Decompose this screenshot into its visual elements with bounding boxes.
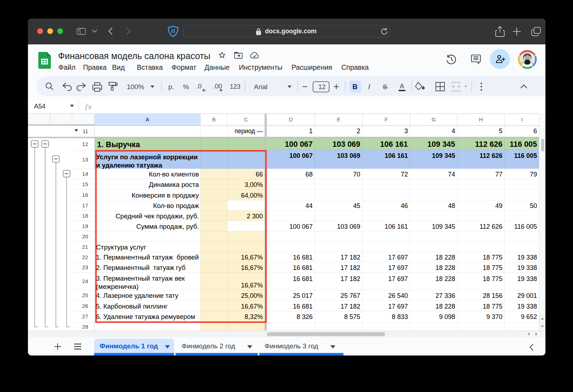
svg-text:25: 25 <box>82 292 88 298</box>
svg-text:25 767: 25 767 <box>341 292 360 299</box>
svg-text:74: 74 <box>448 171 455 178</box>
svg-text:Arial: Arial <box>254 83 268 91</box>
svg-text:106 161: 106 161 <box>385 223 408 230</box>
svg-text:29 001: 29 001 <box>517 292 537 299</box>
svg-text:23: 23 <box>82 264 88 270</box>
svg-text:109 345: 109 345 <box>427 140 455 149</box>
svg-text:123: 123 <box>230 83 240 90</box>
svg-text:2: 2 <box>357 127 360 135</box>
svg-text:100 067: 100 067 <box>289 223 313 230</box>
svg-text:109 345: 109 345 <box>432 152 455 159</box>
svg-text:17 697: 17 697 <box>388 303 408 310</box>
svg-text:4: 4 <box>452 127 455 135</box>
svg-text:15: 15 <box>82 181 88 187</box>
svg-text:B: B <box>212 116 216 122</box>
svg-text:16 681: 16 681 <box>293 303 313 310</box>
svg-text:116 005: 116 005 <box>510 140 537 149</box>
svg-text:Услуги по лазерной коррекции: Услуги по лазерной коррекции <box>96 154 198 161</box>
svg-text:25 017: 25 017 <box>293 292 313 299</box>
svg-text:12: 12 <box>82 141 88 147</box>
svg-text:16,67%: 16,67% <box>241 264 263 271</box>
svg-text:E: E <box>337 116 340 122</box>
svg-text:16,67%: 16,67% <box>241 303 263 310</box>
svg-text:27 336: 27 336 <box>435 292 455 299</box>
svg-text:8,32%: 8,32% <box>245 313 263 320</box>
svg-text:G: G <box>432 116 436 122</box>
svg-text:26 540: 26 540 <box>388 292 408 299</box>
svg-text:116 005: 116 005 <box>514 223 537 230</box>
svg-text:1. Перманентный татуаж бровей: 1. Перманентный татуаж бровей <box>96 254 199 261</box>
svg-text:I: I <box>368 83 370 91</box>
svg-text:I: I <box>521 116 523 122</box>
svg-text:Средний чек продажи, руб.: Средний чек продажи, руб. <box>116 213 199 220</box>
svg-text:18 775: 18 775 <box>483 254 502 261</box>
svg-text:и удалению татуажа: и удалению татуажа <box>96 162 163 169</box>
svg-text:106 161: 106 161 <box>380 140 408 149</box>
svg-text:46: 46 <box>401 202 408 209</box>
svg-text:8 833: 8 833 <box>392 313 408 320</box>
svg-text:D: D <box>289 116 293 122</box>
svg-text:12: 12 <box>318 83 326 91</box>
svg-text:16: 16 <box>82 192 88 198</box>
svg-text:112 626: 112 626 <box>480 223 502 230</box>
svg-text:S: S <box>383 83 387 91</box>
svg-text:Кол-во клиентов: Кол-во клиентов <box>149 171 199 178</box>
svg-text:8 575: 8 575 <box>344 313 360 320</box>
svg-text:17 182: 17 182 <box>341 264 360 271</box>
svg-text:77: 77 <box>495 171 502 178</box>
svg-text:16 681: 16 681 <box>293 264 313 271</box>
svg-text:100 067: 100 067 <box>289 152 313 159</box>
svg-text:18 228: 18 228 <box>435 275 455 282</box>
svg-text:103 069: 103 069 <box>337 223 360 230</box>
svg-text:Сумма продаж, руб.: Сумма продаж, руб. <box>136 223 199 230</box>
svg-text:Кол-во продаж: Кол-во продаж <box>153 202 199 209</box>
svg-text:16 681: 16 681 <box>293 275 313 282</box>
svg-text:112 626: 112 626 <box>475 140 502 149</box>
svg-text:Структура услуг: Структура услуг <box>96 244 146 251</box>
svg-text:H: H <box>479 116 483 122</box>
svg-text:44: 44 <box>305 202 313 209</box>
svg-text:16,67%: 16,67% <box>241 282 263 289</box>
svg-text:19 338: 19 338 <box>517 303 537 310</box>
svg-text:18 228: 18 228 <box>435 303 455 310</box>
svg-text:3: 3 <box>404 127 408 135</box>
svg-text:6: 6 <box>533 127 537 135</box>
svg-text:22: 22 <box>82 254 88 260</box>
svg-text:11: 11 <box>82 128 88 134</box>
svg-text:112 626: 112 626 <box>480 152 502 159</box>
svg-text:21: 21 <box>82 244 88 250</box>
svg-text:18 775: 18 775 <box>483 275 502 282</box>
svg-text:6. Удаление татуажа ремувером: 6. Удаление татуажа ремувером <box>96 313 195 320</box>
svg-text:A: A <box>145 116 149 122</box>
svg-text:18 775: 18 775 <box>483 303 502 310</box>
svg-text:Динамика роста: Динамика роста <box>149 181 199 188</box>
svg-text:р.: р. <box>168 83 174 91</box>
svg-text:27: 27 <box>82 313 88 319</box>
svg-text:1: 1 <box>309 127 313 135</box>
svg-text:9 098: 9 098 <box>439 313 455 320</box>
svg-text:28 156: 28 156 <box>483 292 502 299</box>
svg-text:19 338: 19 338 <box>517 275 537 282</box>
svg-text:48: 48 <box>448 202 455 209</box>
svg-text:24: 24 <box>82 278 88 284</box>
svg-text:18: 18 <box>82 213 88 219</box>
svg-text:18 228: 18 228 <box>435 264 455 271</box>
svg-text:F: F <box>385 116 388 122</box>
svg-text:4. Лазерное удаление тату: 4. Лазерное удаление тату <box>96 292 178 299</box>
svg-text:(межреничка): (межреничка) <box>96 283 139 290</box>
svg-text:A: A <box>400 82 404 90</box>
svg-text:16 681: 16 681 <box>293 254 313 261</box>
svg-text:3,00%: 3,00% <box>245 181 263 188</box>
svg-text:103 069: 103 069 <box>332 140 360 149</box>
svg-text:%: % <box>183 83 189 91</box>
svg-text:79: 79 <box>530 171 537 178</box>
svg-text:25,00%: 25,00% <box>241 292 263 299</box>
svg-text:26: 26 <box>82 303 88 309</box>
svg-text:17 697: 17 697 <box>388 275 408 282</box>
svg-text:100%: 100% <box>127 83 144 91</box>
svg-text:68: 68 <box>305 171 313 178</box>
svg-text:50: 50 <box>530 202 537 209</box>
svg-text:.00: .00 <box>213 83 222 90</box>
svg-text:64,00%: 64,00% <box>241 192 263 199</box>
svg-text:9 370: 9 370 <box>486 313 502 320</box>
